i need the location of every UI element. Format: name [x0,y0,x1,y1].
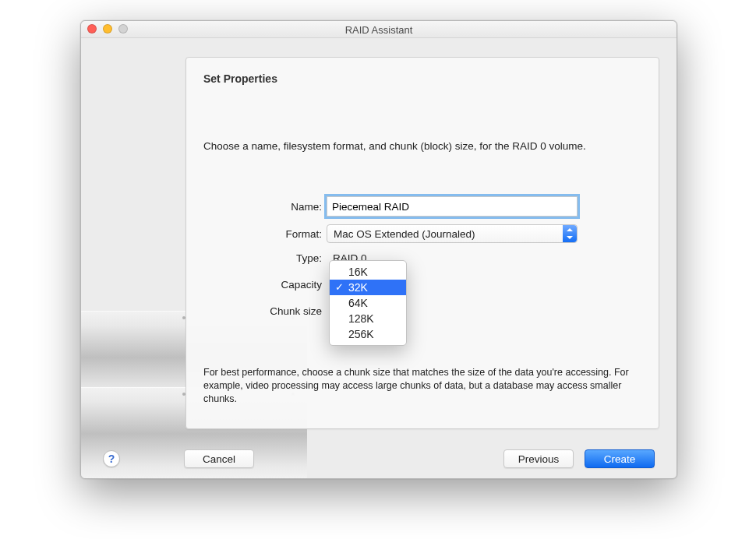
bottom-bar: ? Cancel Previous Create [81,438,677,478]
capacity-label: Capacity [186,279,327,291]
name-label: Name: [186,201,327,213]
stepper-icon [563,225,577,242]
create-button[interactable]: Create [585,449,655,468]
previous-button[interactable]: Previous [503,449,574,468]
help-button[interactable]: ? [103,450,120,467]
chunk-size-menu[interactable]: 16K 32K 64K 128K 256K [329,260,407,346]
performance-tip: For best performance, choose a chunk siz… [203,366,640,406]
chunk-size-option-64k[interactable]: 64K [330,295,406,311]
format-select[interactable]: Mac OS Extended (Journaled) [327,224,578,243]
format-select-value: Mac OS Extended (Journaled) [334,228,475,240]
help-icon: ? [108,453,115,465]
chunk-size-option-32k[interactable]: 32K [330,280,406,295]
cancel-button[interactable]: Cancel [184,449,254,468]
close-window-button[interactable] [87,24,97,33]
chunk-size-label: Chunk size [186,305,327,317]
zoom-window-button [118,24,128,33]
page-heading: Set Properties [203,72,277,85]
minimize-window-button[interactable] [103,24,112,33]
chunk-size-option-16k[interactable]: 16K [330,264,406,280]
chunk-size-option-128k[interactable]: 128K [330,311,406,326]
assistant-window: RAID Assistant Set Properties Choose a n… [80,20,677,479]
chunk-size-option-256k[interactable]: 256K [330,326,406,342]
format-label: Format: [186,228,327,240]
type-label: Type: [186,252,327,264]
window-controls [87,24,128,33]
name-input[interactable] [327,196,578,217]
titlebar: RAID Assistant [81,21,677,38]
content-card: Set Properties Choose a name, filesystem… [185,57,659,429]
window-title: RAID Assistant [345,24,413,36]
intro-text: Choose a name, filesystem format, and ch… [203,139,640,153]
